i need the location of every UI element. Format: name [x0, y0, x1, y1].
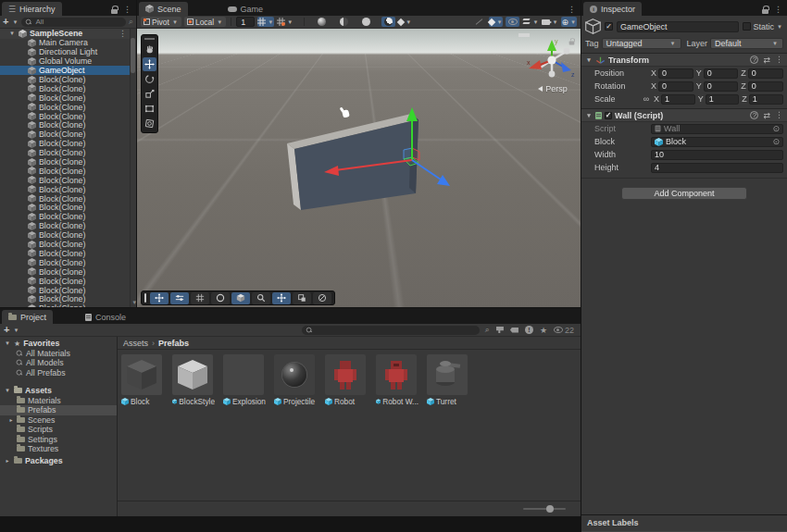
transform-header[interactable]: ▾ Transform ? ⇄ ⋮	[581, 53, 787, 67]
grid-overlay-button[interactable]	[191, 292, 209, 304]
sliders-overlay-button[interactable]	[170, 292, 189, 304]
scale-x-field[interactable]: 1	[661, 94, 695, 105]
create-asset-dropdown-icon[interactable]: ▾	[12, 327, 19, 334]
hierarchy-item[interactable]: Block(Clone)	[0, 286, 136, 295]
asset-tile-turret[interactable]: Turret	[427, 354, 469, 406]
add-component-button[interactable]: Add Component	[621, 187, 747, 200]
hierarchy-item[interactable]: Block(Clone)	[0, 130, 136, 139]
hierarchy-item[interactable]: Block(Clone)	[0, 103, 136, 112]
overlay-drag-handle[interactable]	[144, 293, 146, 303]
hierarchy-item[interactable]: Block(Clone)	[0, 221, 136, 230]
hierarchy-item[interactable]: Block(Clone)	[0, 258, 136, 267]
script-object-field[interactable]: Wall ⊙	[651, 124, 783, 134]
tab-inspector[interactable]: i Inspector	[583, 2, 642, 16]
info-icon[interactable]: !	[525, 326, 533, 334]
kebab-menu-icon[interactable]: ⋮	[568, 6, 576, 14]
project-search-input[interactable]	[302, 326, 480, 335]
search-overlay-button[interactable]	[252, 292, 270, 304]
scale-y-field[interactable]: 1	[706, 94, 740, 105]
kebab-menu-icon[interactable]: ⋮	[775, 56, 783, 64]
perspective-label[interactable]: Persp	[520, 84, 581, 93]
favorites-star-icon[interactable]: ★	[540, 326, 547, 335]
orientation-gizmo[interactable]: x y z	[527, 38, 575, 78]
grid-snap-button[interactable]: ▾	[257, 17, 274, 27]
search-by-type-icon[interactable]	[496, 327, 504, 333]
asset-tile-robot-w[interactable]: Robot W...	[376, 354, 418, 406]
wall-script-header[interactable]: ▾ ✓ Wall (Script) ? ⇄ ⋮	[581, 108, 787, 122]
position-y-field[interactable]: 0	[704, 68, 739, 79]
hierarchy-scene-root[interactable]: ▾ SampleScene ⋮	[0, 29, 136, 39]
block-object-field[interactable]: Block ⊙	[651, 137, 783, 147]
hand-tool-button[interactable]	[143, 43, 156, 56]
thumbnail-size-slider[interactable]	[523, 508, 566, 510]
component-enabled-checkbox[interactable]: ✓	[605, 112, 612, 119]
gizmos-button[interactable]: ⊕▾	[561, 17, 577, 27]
hierarchy-item[interactable]: Main Camera	[0, 39, 136, 48]
hierarchy-item[interactable]: Block(Clone)	[0, 303, 136, 307]
cube-overlay-button[interactable]	[231, 292, 250, 304]
hierarchy-item[interactable]: Block(Clone)	[0, 212, 136, 221]
tab-game[interactable]: Game	[221, 2, 270, 16]
hierarchy-item[interactable]: Global Volume	[0, 56, 136, 66]
caret-down-icon[interactable]: ▾	[4, 387, 11, 394]
hierarchy-item[interactable]: Block(Clone)	[0, 84, 136, 93]
active-checkbox[interactable]: ✓	[605, 22, 613, 31]
tree-folder-item[interactable]: Scripts	[0, 425, 117, 435]
hierarchy-item[interactable]: Block(Clone)	[0, 167, 136, 176]
copy-overlay-button[interactable]	[293, 292, 311, 304]
caret-right-icon[interactable]: ▸	[8, 416, 14, 423]
hierarchy-item[interactable]: Block(Clone)	[0, 267, 136, 277]
rotation-z-field[interactable]: 0	[748, 81, 783, 92]
static-dropdown-icon[interactable]: ▾	[776, 23, 783, 31]
scroll-down-icon[interactable]: ▾	[132, 299, 136, 306]
hierarchy-item[interactable]: GameObject	[0, 66, 136, 75]
tab-project[interactable]: Project	[2, 310, 53, 324]
grid-size-field[interactable]: 1	[236, 17, 255, 27]
scale-tool-button[interactable]	[143, 87, 156, 101]
tree-favorite-item[interactable]: All Prefabs	[0, 368, 117, 378]
asset-labels-bar[interactable]: Asset Labels	[581, 514, 787, 532]
asset-tile-blockstyle[interactable]: BlockStyle	[172, 354, 215, 406]
preset-icon[interactable]: ⇄	[763, 56, 770, 65]
save-search-icon[interactable]: ⌕	[485, 325, 490, 335]
compass-overlay-button[interactable]	[313, 292, 331, 304]
layer-dropdown[interactable]: Default▾	[710, 38, 783, 49]
tree-packages[interactable]: ▸ Packages	[0, 456, 117, 466]
tag-dropdown[interactable]: Untagged▾	[602, 38, 681, 49]
scrollbar-thumb[interactable]	[131, 38, 135, 73]
search-by-label-icon[interactable]	[510, 328, 518, 333]
viewport-menu-icon[interactable]	[518, 33, 530, 37]
asset-tile-explosion[interactable]: Explosion	[223, 354, 266, 406]
tree-folder-item[interactable]: Textures	[0, 444, 117, 454]
tree-favorites[interactable]: ▾ ★ Favorites	[0, 339, 117, 349]
hierarchy-search-input[interactable]: All	[21, 18, 126, 27]
2d-toggle-button[interactable]	[337, 17, 351, 27]
transform-tool-button[interactable]	[143, 117, 156, 130]
mute-audio-button[interactable]	[472, 17, 486, 27]
scene-viewport[interactable]: x y z Persp	[137, 29, 581, 307]
hierarchy-item[interactable]: Block(Clone)	[0, 139, 136, 148]
help-icon[interactable]: ?	[750, 111, 758, 119]
lock-icon[interactable]	[111, 9, 118, 14]
foldout-icon[interactable]: ▾	[585, 112, 593, 119]
caret-down-icon[interactable]: ▾	[8, 30, 16, 37]
kebab-menu-icon[interactable]: ⋮	[123, 6, 131, 14]
asset-tile-projectile[interactable]: Projectile	[274, 354, 317, 406]
caret-right-icon[interactable]: ▸	[4, 457, 11, 464]
pivot-button[interactable]: Pivot ▾	[141, 17, 181, 27]
gameobject-name-field[interactable]: GameObject	[617, 21, 739, 32]
visibility-options-button[interactable]: ▾	[489, 17, 503, 27]
asset-tile-block[interactable]: Block	[121, 354, 164, 406]
position-z-field[interactable]: 0	[748, 68, 783, 79]
hierarchy-item[interactable]: Block(Clone)	[0, 93, 136, 103]
hierarchy-item[interactable]: Block(Clone)	[0, 249, 136, 258]
width-field[interactable]: 10	[651, 150, 783, 160]
kebab-menu-icon[interactable]: ⋮	[775, 111, 783, 119]
position-x-field[interactable]: 0	[658, 68, 693, 79]
overlay-drag-handle[interactable]	[144, 38, 155, 40]
hierarchy-item[interactable]: Block(Clone)	[0, 185, 136, 194]
local-button[interactable]: Local ▾	[184, 17, 226, 27]
foldout-icon[interactable]: ▾	[585, 56, 593, 64]
effects-button[interactable]: ▾	[398, 17, 412, 27]
shading-mode-button[interactable]	[315, 17, 329, 27]
